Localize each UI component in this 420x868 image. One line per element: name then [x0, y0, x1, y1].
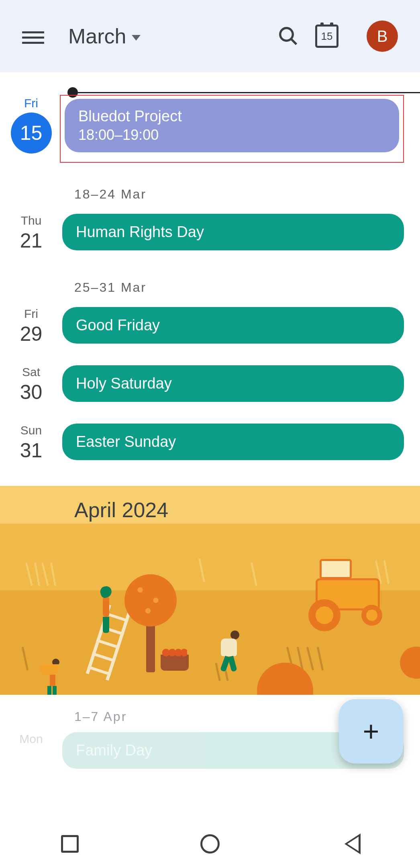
- create-event-button[interactable]: +: [339, 699, 403, 764]
- day-name: Sat: [0, 365, 62, 379]
- week-range: 25–31 Mar: [0, 264, 420, 307]
- recents-button[interactable]: [58, 832, 82, 856]
- menu-icon[interactable]: [22, 28, 44, 44]
- day-name: Sun: [0, 424, 62, 437]
- event-title: Easter Sunday: [76, 433, 390, 450]
- day-number-today[interactable]: 15: [11, 113, 52, 154]
- event-bluedot-project[interactable]: Bluedot Project 18:00–19:00: [65, 99, 399, 152]
- sun-illustration: [400, 647, 420, 679]
- app-header: March 15 B: [0, 0, 420, 72]
- day-name: Fri: [0, 307, 62, 321]
- day-number[interactable]: 29: [0, 322, 62, 346]
- today-badge-num: 15: [321, 30, 333, 43]
- day-row: Sun 31 Easter Sunday: [0, 424, 420, 466]
- svg-line-1: [292, 39, 296, 44]
- month-banner-april: April 2024: [0, 486, 420, 695]
- plus-icon: +: [363, 717, 379, 745]
- person-illustration: [221, 631, 239, 671]
- home-button[interactable]: [198, 832, 222, 856]
- svg-point-0: [280, 28, 293, 41]
- day-row: Sat 30 Holy Saturday: [0, 365, 420, 407]
- month-selector[interactable]: March: [68, 24, 141, 48]
- event-good-friday[interactable]: Good Friday: [62, 307, 404, 344]
- event-time: 18:00–19:00: [78, 127, 385, 143]
- day-name: Thu: [0, 214, 62, 227]
- system-navbar: [0, 820, 420, 868]
- sun-illustration: [257, 663, 313, 695]
- search-icon[interactable]: [277, 25, 299, 47]
- day-row: Fri 29 Good Friday: [0, 307, 420, 349]
- chevron-down-icon: [132, 35, 141, 41]
- event-title: Good Friday: [76, 317, 390, 334]
- back-button[interactable]: [338, 832, 362, 856]
- day-number[interactable]: 31: [0, 439, 62, 462]
- event-human-rights-day[interactable]: Human Rights Day: [62, 214, 404, 250]
- event-title: Holy Saturday: [76, 375, 390, 392]
- highlighted-event-box: Bluedot Project 18:00–19:00: [60, 95, 404, 163]
- event-holy-saturday[interactable]: Holy Saturday: [62, 365, 404, 402]
- person-illustration: [40, 659, 59, 695]
- day-number[interactable]: 30: [0, 381, 62, 404]
- schedule-content: Fri 15 Bluedot Project 18:00–19:00 18–24…: [0, 72, 420, 774]
- event-title: Bluedot Project: [78, 108, 385, 125]
- day-number[interactable]: 21: [0, 229, 62, 252]
- week-range: 18–24 Mar: [0, 171, 420, 214]
- today-icon[interactable]: 15: [315, 25, 338, 48]
- tree-illustration: [124, 574, 177, 672]
- month-banner-title: April 2024: [74, 498, 168, 522]
- day-name: Fri: [0, 96, 62, 110]
- event-easter-sunday[interactable]: Easter Sunday: [62, 424, 404, 460]
- today-row: Fri 15 Bluedot Project 18:00–19:00: [0, 96, 420, 163]
- event-title: Human Rights Day: [76, 223, 390, 241]
- month-label: March: [68, 24, 126, 48]
- tractor-illustration: [316, 578, 380, 610]
- day-name: Mon: [0, 732, 62, 746]
- avatar[interactable]: B: [367, 20, 398, 52]
- day-row: Thu 21 Human Rights Day: [0, 214, 420, 256]
- person-illustration: [100, 586, 112, 633]
